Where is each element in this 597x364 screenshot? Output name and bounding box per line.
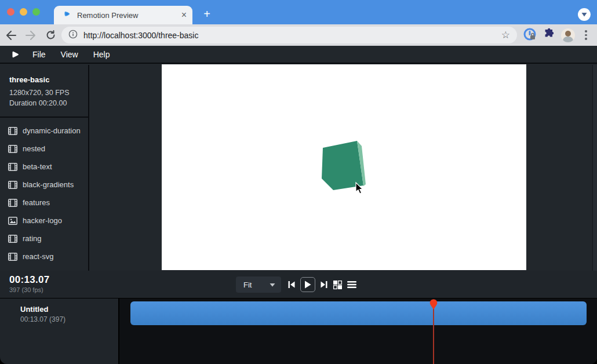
bookmark-star-icon[interactable]: ☆ — [501, 30, 510, 40]
composition-info: three-basic 1280x720, 30 FPS Duration 00… — [0, 65, 88, 108]
timeline: Untitled 00:13.07 (397) — [0, 299, 597, 364]
site-info-icon[interactable] — [68, 30, 78, 41]
sidebar-item-dynamic-duration[interactable]: dynamic-duration — [0, 122, 88, 140]
address-bar[interactable]: http://localhost:3000/three-basic ☆ — [61, 27, 517, 43]
composition-label: hacker-logo — [23, 216, 62, 225]
minimize-window-button[interactable] — [20, 8, 27, 16]
film-icon — [8, 163, 17, 171]
reload-button[interactable] — [42, 27, 59, 44]
timeline-menu-button[interactable] — [347, 281, 357, 289]
back-button[interactable] — [2, 27, 20, 44]
password-manager-extension-icon[interactable] — [523, 27, 537, 43]
composition-label: beta-text — [23, 162, 52, 171]
three-scene — [162, 64, 526, 270]
track-time: 00:13.07 (397) — [20, 315, 65, 323]
scrollbar-track[interactable] — [592, 65, 597, 271]
url-text[interactable]: http://localhost:3000/three-basic — [83, 31, 501, 40]
sidebar-item-nested[interactable]: nested — [0, 140, 88, 158]
avatar-head — [565, 31, 571, 37]
composition-label: rating — [23, 234, 42, 243]
chevron-down-icon — [581, 12, 587, 17]
sidebar-item-beta-text[interactable]: beta-text — [0, 158, 88, 176]
film-icon — [8, 145, 17, 153]
playback-controls-bar: 00:13.07 397 (30 fps) Fit — [0, 271, 597, 299]
sidebar-item-features[interactable]: features — [0, 194, 88, 212]
forward-button[interactable] — [22, 27, 39, 44]
close-window-button[interactable] — [7, 8, 14, 16]
composition-duration: Duration 00:20.00 — [9, 98, 88, 108]
size-select[interactable]: Fit — [236, 276, 281, 293]
composition-specs: 1280x720, 30 FPS — [9, 88, 88, 98]
menu-view[interactable]: View — [61, 50, 78, 59]
timeline-track-panel: Untitled 00:13.07 (397) — [0, 299, 119, 364]
composition-name: three-basic — [9, 75, 88, 84]
browser-titlebar: Remotion Preview × + — [0, 0, 597, 24]
extensions-puzzle-icon[interactable] — [543, 28, 555, 43]
transport-controls — [287, 276, 357, 293]
composition-label: nested — [23, 144, 45, 153]
film-icon — [8, 181, 17, 189]
remotion-logo-icon — [10, 50, 20, 59]
frame-info: 397 (30 fps) — [9, 286, 43, 293]
menu-file[interactable]: File — [32, 50, 46, 59]
size-select-value: Fit — [243, 281, 270, 289]
profile-avatar[interactable] — [561, 28, 575, 42]
sidebar-item-black-gradients[interactable]: black-gradients — [0, 176, 88, 194]
zoom-window-button[interactable] — [32, 8, 40, 16]
jump-to-start-button[interactable] — [287, 280, 296, 289]
tab-title: Remotion Preview — [77, 11, 181, 20]
remotion-favicon-icon — [63, 10, 71, 20]
new-tab-button[interactable]: + — [199, 7, 214, 22]
close-tab-icon[interactable]: × — [181, 10, 187, 20]
menu-help[interactable]: Help — [93, 50, 110, 59]
extension-area — [523, 24, 597, 46]
browser-window: Remotion Preview × + http://localhost:30… — [0, 0, 597, 364]
browser-menu-icon[interactable] — [581, 30, 591, 40]
preview-canvas[interactable] — [162, 64, 526, 270]
film-icon — [8, 235, 17, 243]
jump-to-end-button[interactable] — [319, 280, 329, 289]
timeline-track-bar[interactable] — [130, 301, 587, 325]
film-icon — [8, 127, 17, 135]
tab-search-button[interactable] — [578, 8, 591, 21]
composition-label: dynamic-duration — [23, 126, 81, 135]
track-name: Untitled — [20, 305, 48, 314]
main-area: three-basic 1280x720, 30 FPS Duration 00… — [0, 65, 597, 271]
composition-label: features — [23, 198, 50, 207]
image-icon — [8, 217, 17, 225]
play-button[interactable] — [300, 277, 315, 292]
film-icon — [8, 199, 17, 207]
composition-label: react-svg — [23, 252, 53, 261]
app-menubar: File View Help — [0, 46, 597, 64]
sidebar-item-react-svg[interactable]: react-svg — [0, 247, 88, 265]
sidebar: three-basic 1280x720, 30 FPS Duration 00… — [0, 65, 89, 271]
film-icon — [8, 253, 17, 261]
browser-tab[interactable]: Remotion Preview × — [54, 6, 192, 24]
avatar-body — [563, 37, 573, 42]
composition-list: dynamic-duration nested — [0, 118, 88, 265]
transparency-checkerboard-button[interactable] — [333, 280, 343, 290]
sidebar-item-rating[interactable]: rating — [0, 230, 88, 247]
sidebar-item-hacker-logo[interactable]: hacker-logo — [0, 212, 88, 230]
composition-label: black-gradients — [23, 180, 74, 189]
timecode-display: 00:13.07 — [9, 274, 50, 286]
playhead-handle[interactable] — [429, 299, 438, 312]
chevron-down-icon — [270, 283, 275, 287]
cube-front-face — [322, 141, 363, 190]
